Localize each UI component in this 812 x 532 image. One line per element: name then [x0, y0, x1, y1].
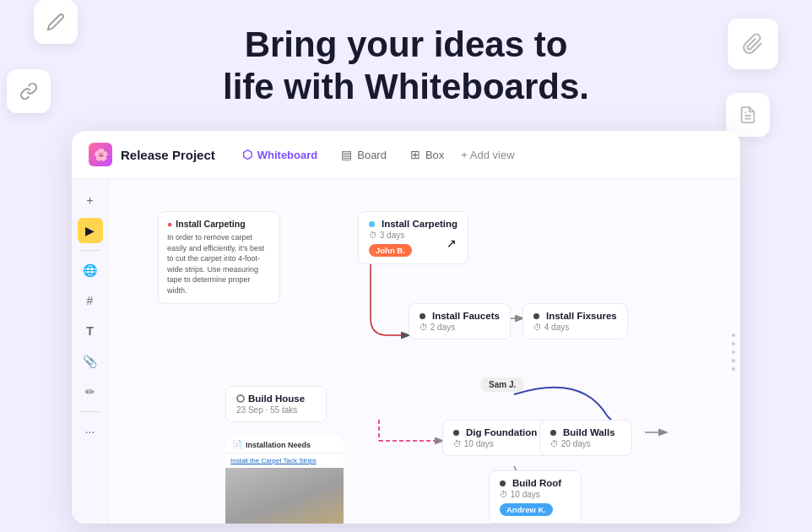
tool-text[interactable]: T	[78, 318, 103, 344]
install-fixsures-days: 4 days	[544, 323, 569, 332]
hero-section: Bring your ideas to life with Whiteboard…	[0, 0, 812, 109]
install-carpeting-right-days: 3 days	[380, 231, 404, 240]
add-view-label: + Add view	[461, 149, 514, 161]
circle-icon	[236, 394, 245, 403]
andrew-k-tag: Andrew K.	[500, 503, 553, 516]
board-tab-label: Board	[357, 149, 387, 161]
installation-needs-header: 📄 Installation Needs	[225, 437, 344, 453]
tool-separator-1	[80, 250, 100, 251]
hero-line2: life with Whiteboards.	[223, 67, 589, 106]
tab-board[interactable]: ▤ Board	[331, 144, 397, 166]
install-carpeting-desc-body: In order to remove carpet easily and eff…	[167, 232, 271, 296]
left-toolbar: + ▶ 🌐 # T 📎 ✏ ···	[72, 179, 109, 524]
dot-dark-3	[453, 430, 459, 436]
sam-j-label: Sam J.	[480, 377, 524, 392]
hero-line1: Bring your ideas to	[245, 24, 568, 64]
install-faucets-title: Install Faucets	[432, 311, 500, 321]
tab-box[interactable]: ⊞ Box	[400, 144, 454, 166]
install-carpeting-right-title: Install Carpeting	[382, 219, 457, 229]
dot-blue	[369, 221, 375, 227]
dig-foundation-title: Dig Foundation	[466, 427, 537, 437]
install-fixsures-title: Install Fixsures	[546, 311, 617, 321]
preview-card: 🌸 Release Project ⬡ Whiteboard ▤ Board ⊞…	[72, 131, 740, 524]
node-build-walls[interactable]: Build Walls ⏱ 20 days	[539, 420, 632, 456]
build-walls-days: 20 days	[561, 439, 591, 448]
toolbar: 🌸 Release Project ⬡ Whiteboard ▤ Board ⊞…	[72, 131, 740, 179]
build-roof-title: Build Roof	[512, 478, 561, 488]
tool-select[interactable]: ▶	[78, 218, 103, 243]
node-install-fixsures[interactable]: Install Fixsures ⏱ 4 days	[522, 303, 628, 339]
dot-dark-4	[550, 430, 556, 436]
tool-grid[interactable]: #	[78, 288, 103, 313]
canvas-area: + ▶ 🌐 # T 📎 ✏ ···	[72, 179, 740, 524]
node-dig-foundation[interactable]: Dig Foundation ⏱ 10 days	[442, 420, 548, 456]
node-install-carpeting-right[interactable]: Install Carpeting ⏱ 3 days John B.	[358, 211, 468, 264]
doc-embed-icon: 📄	[232, 440, 242, 449]
install-carpeting-desc-title: Install Carpeting	[176, 219, 245, 229]
installation-needs-image	[225, 468, 344, 524]
node-install-faucets[interactable]: Install Faucets ⏱ 2 days	[409, 303, 511, 339]
dot-dark-5	[500, 480, 506, 486]
installation-needs-title: Installation Needs	[246, 441, 311, 449]
build-house-title: Build House	[248, 394, 305, 404]
right-dots	[732, 334, 735, 371]
tool-add[interactable]: +	[78, 187, 103, 213]
node-build-house[interactable]: Build House 23 Sep · 55 taks	[225, 386, 327, 422]
tab-whiteboard[interactable]: ⬡ Whiteboard	[232, 144, 328, 166]
whiteboard-tab-icon: ⬡	[242, 148, 252, 161]
dig-foundation-days: 10 days	[464, 439, 494, 448]
tool-globe[interactable]: 🌐	[78, 258, 103, 283]
project-name: Release Project	[121, 148, 215, 162]
install-carpeting-right-icon: ⏱	[369, 231, 377, 240]
installation-needs-card[interactable]: 📄 Installation Needs Install the Carpet …	[225, 437, 344, 524]
project-icon: 🌸	[89, 143, 112, 166]
build-house-sub: 23 Sep · 55 taks	[236, 405, 316, 415]
node-build-roof[interactable]: Build Roof ⏱ 10 days Andrew K.	[489, 470, 582, 524]
add-view-button[interactable]: + Add view	[461, 149, 514, 161]
build-roof-days: 10 days	[511, 490, 540, 499]
box-tab-icon: ⊞	[410, 148, 420, 161]
node-install-carpeting-desc[interactable]: ● Install Carpeting In order to remove c…	[158, 211, 280, 304]
board-tab-icon: ▤	[341, 148, 352, 161]
tool-draw[interactable]: ✏	[78, 379, 103, 404]
installation-needs-link[interactable]: Install the Carpet Tack Strips	[225, 453, 344, 468]
john-b-tag: John B.	[369, 244, 412, 257]
install-faucets-days: 2 days	[430, 323, 455, 332]
tool-more[interactable]: ···	[78, 419, 103, 444]
dot-dark-1	[420, 313, 425, 319]
tool-separator-2	[80, 411, 100, 412]
build-walls-title: Build Walls	[563, 427, 615, 437]
tool-attach[interactable]: 📎	[78, 349, 103, 374]
box-tab-label: Box	[425, 149, 444, 161]
whiteboard-canvas[interactable]: ● Install Carpeting In order to remove c…	[109, 179, 740, 524]
whiteboard-tab-label: Whiteboard	[257, 149, 318, 161]
dot-dark-2	[533, 313, 539, 319]
